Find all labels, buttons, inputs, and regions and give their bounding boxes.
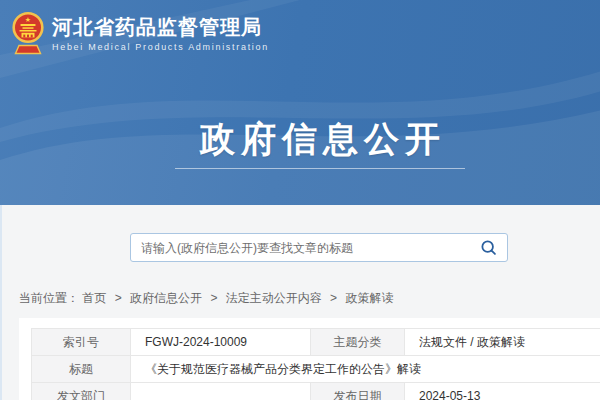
- breadcrumb-policy-interpretation[interactable]: 政策解读: [345, 291, 393, 305]
- breadcrumb-disclosure-content[interactable]: 法定主动公开内容: [226, 291, 322, 305]
- table-row: 发文部门 发布日期 2024-05-13: [32, 383, 600, 400]
- document-panel: 索引号 FGWJ-2024-10009 主题分类 法规文件 / 政策解读 标题 …: [19, 318, 600, 400]
- svg-text:★: ★: [25, 16, 31, 23]
- page-title: 政府信息公开: [0, 116, 600, 163]
- hero-banner: ★ 河北省药品监督管理局 Hebei Medical Products Admi…: [0, 0, 600, 205]
- breadcrumb-separator: >: [210, 291, 217, 305]
- issuing-dept-value: [131, 383, 311, 400]
- breadcrumb: 当前位置： 首页 > 政府信息公开 > 法定主动公开内容 > 政策解读: [19, 291, 393, 306]
- issuing-dept-label: 发文部门: [32, 383, 131, 400]
- search-icon: [480, 239, 497, 256]
- table-row: 标题 《关于规范医疗器械产品分类界定工作的公告》解读: [32, 356, 600, 383]
- left-edge-strip: [0, 205, 2, 400]
- index-number-value: FGWJ-2024-10009: [131, 329, 311, 356]
- title-value: 《关于规范医疗器械产品分类界定工作的公告》解读: [131, 356, 600, 383]
- page: ★ 河北省药品监督管理局 Hebei Medical Products Admi…: [0, 0, 600, 400]
- search-button[interactable]: [476, 239, 507, 256]
- search-bar: [130, 233, 508, 262]
- breadcrumb-home[interactable]: 首页: [82, 291, 106, 305]
- publish-date-value: 2024-05-13: [405, 383, 600, 400]
- site-brand[interactable]: ★ 河北省药品监督管理局 Hebei Medical Products Admi…: [11, 10, 269, 61]
- title-underline: [175, 168, 465, 169]
- index-number-label: 索引号: [32, 329, 131, 356]
- publish-date-label: 发布日期: [311, 383, 405, 400]
- document-meta-table: 索引号 FGWJ-2024-10009 主题分类 法规文件 / 政策解读 标题 …: [31, 328, 600, 400]
- title-label: 标题: [32, 356, 131, 383]
- breadcrumb-separator: >: [115, 291, 122, 305]
- national-emblem-icon: ★: [11, 10, 45, 61]
- search-input[interactable]: [131, 234, 476, 261]
- breadcrumb-separator: >: [330, 291, 337, 305]
- topic-category-value: 法规文件 / 政策解读: [405, 329, 600, 356]
- breadcrumb-gov-info[interactable]: 政府信息公开: [130, 291, 202, 305]
- breadcrumb-prefix: 当前位置：: [19, 291, 79, 305]
- table-row: 索引号 FGWJ-2024-10009 主题分类 法规文件 / 政策解读: [32, 329, 600, 356]
- org-name-zh: 河北省药品监督管理局: [52, 15, 269, 39]
- topic-category-label: 主题分类: [311, 329, 405, 356]
- org-name-en: Hebei Medical Products Administration: [52, 42, 269, 52]
